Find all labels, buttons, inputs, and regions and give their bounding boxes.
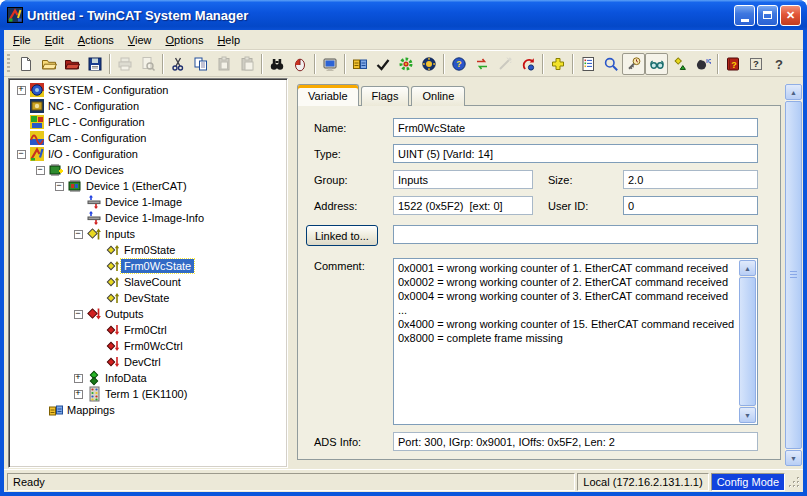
open-file-button[interactable] (37, 53, 60, 75)
tree-item-cam-configuration[interactable]: Cam - Configuration (10, 130, 287, 146)
panel-scroll-up-button[interactable]: ▲ (785, 84, 802, 100)
check-configuration-icon (374, 56, 391, 72)
check-configuration-button[interactable] (371, 53, 394, 75)
copy-button[interactable] (189, 53, 212, 75)
paste-button (212, 53, 235, 75)
maximize-button[interactable] (757, 5, 778, 26)
tree-item-plc-configuration[interactable]: PLC - Configuration (10, 114, 287, 130)
linked-to-value[interactable] (393, 225, 758, 244)
linked-to-button[interactable]: Linked to... (306, 225, 378, 246)
expand-toggle[interactable]: − (74, 310, 83, 319)
tab-variable[interactable]: Variable (297, 84, 359, 106)
panel-scroll-thumb[interactable] (785, 101, 802, 449)
size-input[interactable] (623, 170, 758, 189)
tab-online[interactable]: Online (411, 86, 465, 106)
free-run-toggle-button[interactable] (622, 53, 645, 75)
tree-item-label: SYSTEM - Configuration (45, 83, 171, 97)
menu-options[interactable]: Options (158, 32, 210, 49)
save-button[interactable] (83, 53, 106, 75)
menu-file[interactable]: File (6, 32, 38, 49)
help-book-button[interactable]: ? (721, 53, 744, 75)
choose-target-system-button[interactable] (318, 53, 341, 75)
ads-info-value[interactable] (393, 432, 758, 451)
add-item-button[interactable] (546, 53, 569, 75)
reload-devices-button[interactable]: ? (447, 53, 470, 75)
tree-item-mappings[interactable]: Mappings (10, 402, 287, 418)
menu-view[interactable]: View (121, 32, 159, 49)
tree-item-device-1-image-info[interactable]: Device 1-Image-Info (10, 210, 287, 226)
tree-item-frm0state[interactable]: Frm0State (10, 242, 287, 258)
properties-list-button[interactable] (576, 53, 599, 75)
scroll-thumb[interactable] (739, 277, 756, 406)
tree-item-devctrl[interactable]: DevCtrl (10, 354, 287, 370)
tree-item-frm0wcstate[interactable]: Frm0WcState (10, 258, 287, 274)
tree-item-device-1-ethercat[interactable]: −Device 1 (EtherCAT) (10, 178, 287, 194)
type-label: Type: (314, 148, 341, 160)
group-input[interactable] (393, 170, 533, 189)
expand-toggle[interactable]: − (74, 230, 83, 239)
context-help-button[interactable]: ? (744, 53, 767, 75)
reload-io-icon (519, 56, 536, 72)
tree-item-outputs[interactable]: −Outputs (10, 306, 287, 322)
generate-mappings-button[interactable] (348, 53, 371, 75)
tab-flags[interactable]: Flags (361, 86, 410, 106)
zoom-tool-button[interactable] (599, 53, 622, 75)
close-button[interactable]: ✕ (780, 5, 801, 26)
new-document-button[interactable] (14, 53, 37, 75)
panel-scroll-down-button[interactable]: ▼ (785, 450, 802, 466)
tree-item-i-o-devices[interactable]: −I/O Devices (10, 162, 287, 178)
resize-grip[interactable] (787, 475, 801, 491)
scroll-up-button[interactable]: ▲ (739, 260, 756, 276)
show-online-data-icon (648, 56, 665, 72)
expand-toggle[interactable]: + (17, 86, 26, 95)
comment-scrollbar[interactable]: ▲ ▼ (739, 260, 756, 423)
toolbar-separator (717, 54, 718, 74)
restart-twincat-button[interactable] (417, 53, 440, 75)
address-input[interactable] (393, 196, 533, 215)
menu-edit[interactable]: Edit (38, 32, 71, 49)
tree-item-i-o-configuration[interactable]: −I/O - Configuration (10, 146, 287, 162)
expand-toggle[interactable]: − (17, 150, 26, 159)
about-help-button[interactable]: ? (767, 53, 790, 75)
activate-configuration-button[interactable] (394, 53, 417, 75)
comment-text[interactable]: 0x0001 = wrong working counter of 1. Eth… (398, 261, 738, 422)
expand-toggle[interactable]: − (55, 182, 64, 191)
toolbar-grip[interactable] (7, 54, 10, 73)
menu-help[interactable]: Help (210, 32, 247, 49)
sync-io-button[interactable] (470, 53, 493, 75)
open-from-target-button[interactable] (60, 53, 83, 75)
tree-item-term-1-ek1100[interactable]: +Term 1 (EK1100) (10, 386, 287, 402)
find-button[interactable] (265, 53, 288, 75)
tree-item-device-1-image[interactable]: Device 1-Image (10, 194, 287, 210)
user-id-input[interactable] (623, 196, 758, 215)
reload-io-button[interactable] (516, 53, 539, 75)
expand-toggle[interactable]: + (74, 374, 83, 383)
expand-toggle[interactable]: − (36, 166, 45, 175)
scroll-down-button[interactable]: ▼ (739, 407, 756, 423)
toggle-variable-button[interactable] (668, 53, 691, 75)
tree-item-frm0wcctrl[interactable]: Frm0WcCtrl (10, 338, 287, 354)
tree-item-system-configuration[interactable]: +SYSTEM - Configuration (10, 82, 287, 98)
tree-item-devstate[interactable]: DevState (10, 290, 287, 306)
tree-item-infodata[interactable]: +InfoData (10, 370, 287, 386)
menu-actions[interactable]: Actions (71, 32, 121, 49)
about-help-icon: ? (770, 56, 787, 72)
tree-item-inputs[interactable]: −Inputs (10, 226, 287, 242)
bus-register-access-button[interactable]: IQ (691, 53, 714, 75)
tree-item-slavecount[interactable]: SlaveCount (10, 274, 287, 290)
comment-box[interactable]: 0x0001 = wrong working counter of 1. Eth… (393, 258, 758, 425)
nc-icon (28, 98, 45, 114)
tree-item-frm0ctrl[interactable]: Frm0Ctrl (10, 322, 287, 338)
expand-toggle[interactable]: + (74, 390, 83, 399)
tree-item-nc-configuration[interactable]: NC - Configuration (10, 98, 287, 114)
type-input[interactable] (393, 144, 758, 163)
panel-scrollbar[interactable]: ▲ ▼ (785, 84, 802, 466)
find-icon (268, 56, 285, 72)
show-online-data-button[interactable] (645, 53, 668, 75)
add-item-icon (549, 56, 566, 72)
cut-button[interactable] (166, 53, 189, 75)
minimize-button[interactable] (734, 5, 755, 26)
mouse-tool-button[interactable] (288, 53, 311, 75)
tree-item-label: PLC - Configuration (45, 115, 148, 129)
name-input[interactable] (393, 118, 758, 137)
